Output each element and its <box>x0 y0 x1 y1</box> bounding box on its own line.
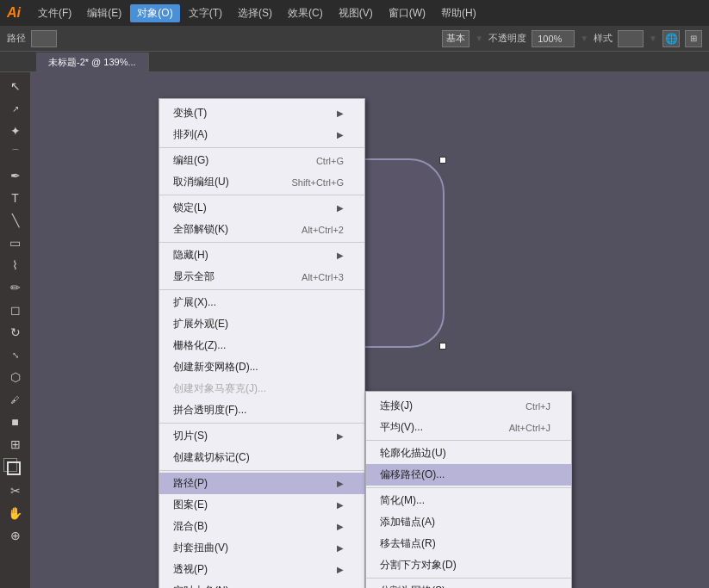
pen-tool[interactable]: ✒ <box>3 165 28 186</box>
menu-crop-marks[interactable]: 创建裁切标记(C) <box>159 447 364 468</box>
mesh-tool[interactable]: ⊞ <box>3 434 28 455</box>
submenu-add-anchor[interactable]: 添加锚点(A) <box>366 511 571 533</box>
blend-tool[interactable]: ⬡ <box>3 367 28 387</box>
menu-hide[interactable]: 隐藏(H)▶ <box>159 244 364 266</box>
handle-tr <box>439 157 446 164</box>
menu-arrange[interactable]: 排列(A)▶ <box>159 124 364 145</box>
submenu-outline-stroke[interactable]: 轮廓化描边(U) <box>366 443 571 464</box>
menu-group[interactable]: 编组(G)Ctrl+G <box>159 150 364 171</box>
eraser-tool[interactable]: ◻ <box>3 300 28 320</box>
sep5 <box>159 423 364 424</box>
gradient-tool[interactable]: ■ <box>3 412 28 432</box>
sep4 <box>159 289 364 290</box>
submenu-average[interactable]: 平均(V)...Alt+Ctrl+J <box>366 417 571 438</box>
main-area: ↖ ↗ ✦ ⌒ ✒ T ╲ ▭ ⌇ ✏ ◻ ↻ ⤡ ⬡ 🖋 ■ ⊞ ✂ ✋ ⊕ <box>0 72 709 588</box>
opacity-box[interactable]: 100% <box>532 30 575 47</box>
toolbar-row: 路径 基本 ▼ 不透明度 100% ▼ 样式 ▼ 🌐 ⊞ <box>0 26 709 52</box>
lasso-tool[interactable]: ⌒ <box>3 143 28 164</box>
object-menu-dropdown: 变换(T)▶ 排列(A)▶ 编组(G)Ctrl+G 取消编组(U)Shift+C… <box>159 98 365 588</box>
type-tool[interactable]: T <box>3 188 28 208</box>
scissors-tool[interactable]: ✂ <box>3 480 28 501</box>
title-bar: Ai 文件(F)编辑(E)对象(O)文字(T)选择(S)效果(C)视图(V)窗口… <box>0 0 709 26</box>
submenu-join[interactable]: 连接(J)Ctrl+J <box>366 395 571 417</box>
rectangle-tool[interactable]: ▭ <box>3 232 28 253</box>
sep1 <box>159 147 364 148</box>
active-tab[interactable]: 未标题-2* @ 139%... <box>36 53 149 71</box>
ai-logo: Ai <box>7 5 21 21</box>
direct-selection-tool[interactable]: ↗ <box>3 98 28 119</box>
basic-label: 基本 <box>442 30 470 47</box>
menu-transform[interactable]: 变换(T)▶ <box>159 102 364 124</box>
menu-blend[interactable]: 混合(B)▶ <box>159 516 364 537</box>
path-sep3 <box>366 578 571 579</box>
submenu-offset-path[interactable]: 偏移路径(O)... <box>366 464 571 486</box>
menu-item-text[interactable]: 文字(T) <box>182 4 229 22</box>
pencil-tool[interactable]: ✏ <box>3 277 28 298</box>
path-box[interactable] <box>31 30 57 47</box>
menu-gradient-mesh[interactable]: 创建新变网格(D)... <box>159 356 364 378</box>
path-label: 路径 <box>7 32 26 45</box>
menu-item-effect[interactable]: 效果(C) <box>281 4 330 22</box>
paintbrush-tool[interactable]: ⌇ <box>3 255 28 275</box>
style-label: 样式 <box>594 32 613 45</box>
sep2 <box>159 195 364 195</box>
path-sep2 <box>366 487 571 488</box>
eyedropper-tool[interactable]: 🖋 <box>3 389 28 410</box>
menu-pattern[interactable]: 图案(E)▶ <box>159 494 364 516</box>
sep3 <box>159 242 364 243</box>
menu-item-view[interactable]: 视图(V) <box>332 4 380 22</box>
submenu-simplify[interactable]: 简化(M)... <box>366 490 571 511</box>
menu-slice[interactable]: 切片(S)▶ <box>159 425 364 447</box>
menu-expand[interactable]: 扩展(X)... <box>159 292 364 313</box>
menu-item-file[interactable]: 文件(F) <box>31 4 78 22</box>
menu-lock[interactable]: 锁定(L)▶ <box>159 197 364 219</box>
canvas-area: 变换(T)▶ 排列(A)▶ 编组(G)Ctrl+G 取消编组(U)Shift+C… <box>31 72 709 588</box>
submenu-split-grid[interactable]: 分割为网格(S)... <box>366 580 571 588</box>
line-tool[interactable]: ╲ <box>3 210 28 231</box>
selection-tool[interactable]: ↖ <box>3 76 28 96</box>
menu-item-window[interactable]: 窗口(W) <box>382 4 432 22</box>
menu-envelope-distort[interactable]: 封套扭曲(V)▶ <box>159 537 364 559</box>
menu-show-all[interactable]: 显示全部Alt+Ctrl+3 <box>159 266 364 288</box>
scale-tool[interactable]: ⤡ <box>3 344 28 365</box>
menu-flatten-transparency[interactable]: 拼合透明度(F)... <box>159 399 364 421</box>
menu-perspective[interactable]: 透视(P)▶ <box>159 559 364 580</box>
opacity-label: 不透明度 <box>488 32 526 45</box>
rotate-tool[interactable]: ↻ <box>3 322 28 343</box>
zoom-tool[interactable]: ⊕ <box>3 525 28 546</box>
hand-tool[interactable]: ✋ <box>3 503 28 523</box>
grid-icon[interactable]: ⊞ <box>685 30 702 47</box>
menu-item-select[interactable]: 选择(S) <box>231 4 279 22</box>
menu-expand-appearance[interactable]: 扩展外观(E) <box>159 313 364 335</box>
menu-bar: 文件(F)编辑(E)对象(O)文字(T)选择(S)效果(C)视图(V)窗口(W)… <box>31 4 483 22</box>
menu-item-object[interactable]: 对象(O) <box>130 4 179 22</box>
submenu-remove-anchor[interactable]: 移去锚点(R) <box>366 533 571 554</box>
menu-item-edit[interactable]: 编辑(E) <box>80 4 128 22</box>
menu-item-help[interactable]: 帮助(H) <box>434 4 483 22</box>
menu-live-paint[interactable]: 实时上色(N)▶ <box>159 580 364 588</box>
fill-stroke-control[interactable] <box>3 458 28 477</box>
sep6 <box>159 470 364 471</box>
style-box[interactable] <box>618 30 644 47</box>
handle-br <box>439 343 446 350</box>
magic-wand-tool[interactable]: ✦ <box>3 121 28 141</box>
tab-bar: 未标题-2* @ 139%... <box>0 52 709 72</box>
menu-rasterize[interactable]: 栅格化(Z)... <box>159 335 364 356</box>
globe-icon[interactable]: 🌐 <box>662 30 680 47</box>
toolbox: ↖ ↗ ✦ ⌒ ✒ T ╲ ▭ ⌇ ✏ ◻ ↻ ⤡ ⬡ 🖋 ■ ⊞ ✂ ✋ ⊕ <box>0 72 31 588</box>
menu-ungroup[interactable]: 取消编组(U)Shift+Ctrl+G <box>159 171 364 193</box>
path-submenu-dropdown: 连接(J)Ctrl+J 平均(V)...Alt+Ctrl+J 轮廓化描边(U) … <box>365 391 572 588</box>
submenu-divide-below[interactable]: 分割下方对象(D) <box>366 554 571 576</box>
path-sep1 <box>366 440 571 441</box>
menu-unlock-all[interactable]: 全部解锁(K)Alt+Ctrl+2 <box>159 219 364 240</box>
menu-mosaic: 创建对象马赛克(J)... <box>159 378 364 399</box>
menu-path[interactable]: 路径(P)▶ <box>159 473 364 494</box>
